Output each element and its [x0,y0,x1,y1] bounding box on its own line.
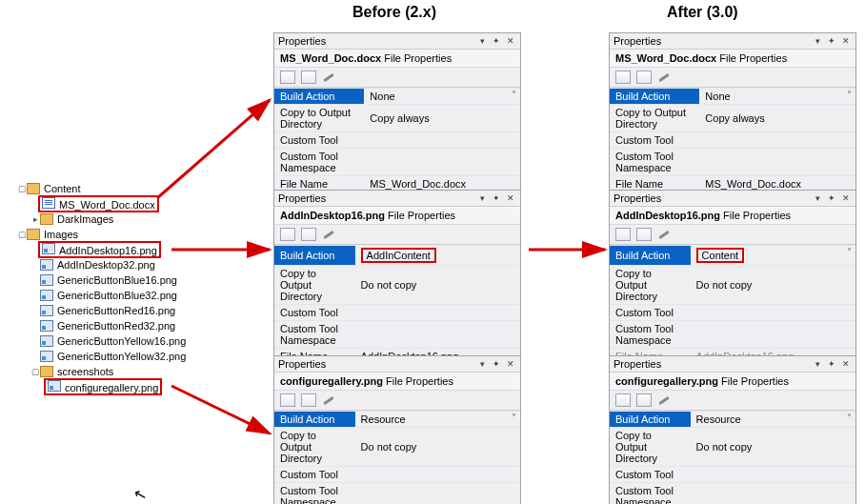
categorize-icon[interactable] [615,393,631,407]
tree-folder-dark[interactable]: ▸DarkImages [0,212,257,227]
prop-copy[interactable]: Copy to Output Directory [274,265,355,304]
tree-item[interactable]: GenericButtonYellow16.png [0,333,257,349]
categorize-icon[interactable] [615,228,631,241]
prop-ctn[interactable]: Custom Tool Namespace [274,320,355,348]
wrench-icon[interactable] [657,71,673,84]
caret-icon[interactable]: ▢ [17,230,27,239]
tree-item-cfg[interactable]: configuregallery.png [0,379,257,394]
wrench-icon[interactable] [657,393,673,407]
prop-value[interactable]: Do not copy [355,265,520,304]
prop-value[interactable]: None [364,88,520,104]
prop-value[interactable] [699,131,855,148]
prop-value[interactable]: Do not copy [355,427,520,466]
prop-value[interactable] [691,304,855,320]
pin-icon[interactable]: ✦ [491,35,502,47]
prop-ctn[interactable]: Custom Tool Namespace [274,148,364,175]
prop-value[interactable]: Copy always [699,104,855,131]
wrench-icon[interactable] [322,393,337,407]
prop-value[interactable]: Copy always [364,104,520,131]
prop-custom-tool[interactable]: Custom Tool [274,131,364,148]
prop-custom-tool[interactable]: Custom Tool [274,466,355,482]
prop-value[interactable] [691,466,855,482]
tree-item[interactable]: AddInDesktop32.png [0,257,257,272]
prop-value[interactable]: AddInContent [355,245,520,265]
prop-build-action[interactable]: Build Action [274,88,364,104]
prop-build-action[interactable]: Build Action [610,411,691,427]
sort-icon[interactable] [301,71,316,84]
dropdown-icon[interactable]: ▾ [812,35,823,47]
prop-value[interactable]: Do not copy [691,265,855,304]
categorize-icon[interactable] [280,228,295,241]
pin-icon[interactable]: ✦ [826,192,837,204]
prop-build-action[interactable]: Build Action [274,411,355,427]
prop-copy[interactable]: Copy to Output Directory [610,265,691,304]
prop-value[interactable] [699,148,855,175]
close-icon[interactable]: ✕ [505,35,516,47]
tree-item[interactable]: GenericButtonBlue16.png [0,272,257,288]
prop-ctn[interactable]: Custom Tool Namespace [610,482,691,504]
prop-value[interactable] [355,320,520,348]
caret-icon[interactable]: ▢ [17,184,27,193]
sort-icon[interactable] [636,393,652,407]
prop-value[interactable] [355,482,520,504]
prop-build-action[interactable]: Build Action [610,88,699,104]
close-icon[interactable]: ✕ [840,35,852,47]
dropdown-icon[interactable]: ▾ [476,192,488,204]
pin-icon[interactable]: ✦ [491,358,502,370]
tree-item-doc[interactable]: MS_Word_Doc.docx [0,196,257,212]
tree-item[interactable]: GenericButtonBlue32.png [0,288,257,303]
prop-value[interactable]: None [699,88,855,104]
prop-custom-tool[interactable]: Custom Tool [610,131,699,148]
close-icon[interactable]: ✕ [840,358,852,370]
prop-value[interactable] [355,466,520,482]
prop-copy[interactable]: Copy to Output Directory [610,427,691,466]
prop-build-action[interactable]: Build Action [274,245,355,265]
prop-ctn[interactable]: Custom Tool Namespace [610,320,691,348]
prop-ctn[interactable]: Custom Tool Namespace [274,482,355,504]
prop-value[interactable]: Resource [355,411,520,427]
pin-icon[interactable]: ✦ [491,192,502,204]
prop-value[interactable] [355,304,520,320]
caret-icon[interactable]: ▸ [30,214,40,224]
tree-folder-screenshots[interactable]: ▢screenshots [0,364,257,379]
tree-item-addin16[interactable]: AddInDesktop16.png [0,242,257,257]
tree-item[interactable]: GenericButtonYellow32.png [0,349,257,364]
prop-value[interactable]: Resource [691,411,855,427]
dropdown-icon[interactable]: ▾ [476,35,488,47]
prop-value[interactable] [364,131,520,148]
prop-value[interactable]: Content [691,245,855,265]
categorize-icon[interactable] [280,393,295,407]
prop-value[interactable] [691,320,855,348]
sort-icon[interactable] [636,228,652,241]
tree-item[interactable]: GenericButtonRed32.png [0,318,257,333]
wrench-icon[interactable] [322,71,337,84]
prop-copy[interactable]: Copy to Output Directory [610,104,699,131]
prop-value[interactable]: Do not copy [691,427,855,466]
prop-custom-tool[interactable]: Custom Tool [274,304,355,320]
tree-folder-images[interactable]: ▢Images [0,227,257,242]
close-icon[interactable]: ✕ [505,192,516,204]
prop-value[interactable] [691,482,855,504]
tree-folder-content[interactable]: ▢Content [0,181,257,196]
prop-value[interactable] [364,148,520,175]
pin-icon[interactable]: ✦ [826,35,837,47]
prop-copy[interactable]: Copy to Output Directory [274,427,355,466]
prop-copy[interactable]: Copy to Output Directory [274,104,364,131]
wrench-icon[interactable] [657,228,673,241]
tree-item[interactable]: GenericButtonRed16.png [0,303,257,318]
sort-icon[interactable] [301,228,316,241]
prop-build-action[interactable]: Build Action [610,245,691,265]
caret-icon[interactable]: ▢ [30,367,40,376]
categorize-icon[interactable] [615,71,631,84]
close-icon[interactable]: ✕ [840,192,852,204]
wrench-icon[interactable] [322,228,337,241]
prop-custom-tool[interactable]: Custom Tool [610,466,691,482]
sort-icon[interactable] [301,393,316,407]
prop-custom-tool[interactable]: Custom Tool [610,304,691,320]
dropdown-icon[interactable]: ▾ [812,358,823,370]
categorize-icon[interactable] [280,71,295,84]
dropdown-icon[interactable]: ▾ [812,192,823,204]
sort-icon[interactable] [636,71,652,84]
dropdown-icon[interactable]: ▾ [476,358,488,370]
prop-ctn[interactable]: Custom Tool Namespace [610,148,699,175]
